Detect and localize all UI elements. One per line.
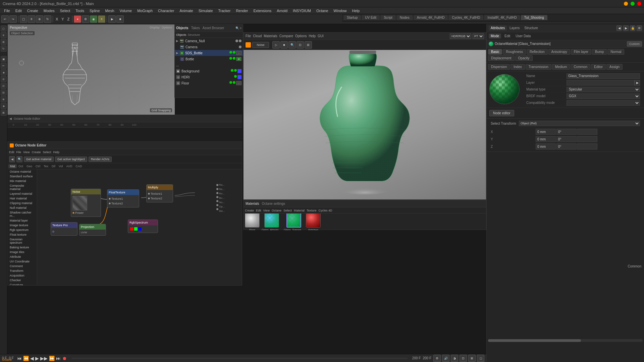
scale-btn[interactable]: ⊕: [36, 15, 43, 23]
menu-spline[interactable]: Spline: [87, 8, 103, 13]
bb-btn3[interactable]: ◑: [451, 355, 458, 362]
menu-render[interactable]: Render: [233, 8, 251, 13]
mpt-common[interactable]: Common: [571, 64, 590, 70]
obj-camera-null[interactable]: ▶ 📷 Camera_Null: [175, 38, 243, 44]
node-editor-btn[interactable]: Node editor: [489, 110, 514, 116]
nl-uv-coordinate[interactable]: UV Coordinate: [8, 259, 37, 264]
ntt-dif[interactable]: Dif: [50, 164, 57, 168]
mat-material-btn[interactable]: Material: [294, 209, 305, 212]
mpt-index[interactable]: Index: [511, 64, 525, 70]
bb-btn6[interactable]: ◻: [477, 355, 484, 362]
attr-lock-btn[interactable]: 🔒: [630, 25, 635, 31]
next-key-btn[interactable]: ▶▶: [40, 356, 48, 361]
menu-extensions[interactable]: Extensions: [251, 8, 274, 13]
nl-clipping-material[interactable]: Clipping material: [8, 201, 37, 205]
mpt-transmission[interactable]: Transmission: [526, 64, 551, 70]
nl-octane-material[interactable]: Octane material: [8, 169, 37, 174]
y-scale-input[interactable]: [577, 136, 597, 142]
mat-view-btn[interactable]: View: [263, 209, 270, 212]
nl-null-material[interactable]: Null material: [8, 205, 37, 210]
ne-render-aovs-btn[interactable]: Render AOVs: [89, 157, 112, 162]
menu-simulate[interactable]: Simulate: [196, 8, 216, 13]
select-transform-dropdown[interactable]: Object (Rel): [519, 121, 640, 126]
mpt-reflection[interactable]: Reflection: [527, 49, 547, 55]
rt-btn3[interactable]: 🔍: [288, 41, 296, 49]
mpt-anisotropy[interactable]: Anisotropy: [548, 49, 570, 55]
rv-pt-select[interactable]: PT: [473, 34, 484, 39]
ne-get-active-material-btn[interactable]: Get active material: [24, 157, 54, 162]
mat-floor[interactable]: Floor: [245, 214, 260, 230]
x-scale-input[interactable]: [577, 129, 597, 135]
rotate-btn[interactable]: ↻: [44, 15, 51, 23]
menu-help[interactable]: Help: [349, 8, 362, 13]
attr-tab-layers[interactable]: Layers: [507, 25, 522, 31]
ntt-avd[interactable]: AVD: [65, 164, 74, 168]
rv-gui-tab[interactable]: GUI: [318, 34, 324, 38]
y-rot-input[interactable]: [556, 136, 577, 142]
ntt-ctrl[interactable]: Ctrl: [34, 164, 42, 168]
objects-filter-btn[interactable]: ≡: [240, 26, 241, 30]
tab-nodes[interactable]: Nodes: [396, 15, 413, 20]
material-btn[interactable]: ◉: [90, 15, 97, 23]
obj-camera[interactable]: 📷 Camera: [179, 44, 243, 50]
tab-installr[interactable]: InstallR_4K_FullHD: [484, 15, 520, 20]
skip-end-btn[interactable]: ⏭: [56, 356, 61, 361]
viewport-ctrl-options[interactable]: Options: [162, 26, 172, 29]
ne-get-active-tag-btn[interactable]: Get active tag/object: [55, 157, 87, 162]
mpt-basic[interactable]: Basic: [488, 49, 502, 55]
menu-octane[interactable]: Octane: [314, 8, 331, 13]
mpt-medium[interactable]: Medium: [552, 64, 570, 70]
tool-magnet[interactable]: ⊕: [1, 96, 7, 102]
select-btn[interactable]: ▢: [20, 15, 27, 23]
nl-acquisition[interactable]: Acquisition: [8, 273, 37, 278]
objects-search-btn[interactable]: 🔍: [235, 26, 239, 30]
tool-paint[interactable]: ✏: [1, 63, 7, 69]
custom-label[interactable]: Custom: [627, 41, 642, 47]
bb-btn2[interactable]: 🔊: [442, 355, 449, 362]
nl-image-texture[interactable]: Image texture: [8, 223, 37, 228]
prev-key-btn[interactable]: ◀: [30, 356, 34, 361]
menu-volume[interactable]: Volume: [117, 8, 135, 13]
prop-layer-input[interactable]: [567, 80, 635, 85]
mat-tab-octane-settings[interactable]: Octane settings: [262, 202, 285, 205]
ne-menu-file[interactable]: File: [16, 150, 21, 154]
nl-hair-material[interactable]: Hair material: [8, 196, 37, 201]
y-pos-input[interactable]: [536, 136, 556, 142]
mat-select-btn[interactable]: Select: [283, 209, 292, 212]
mat-create-btn[interactable]: Create: [245, 209, 254, 212]
undo-btn[interactable]: ↩: [1, 15, 9, 23]
play-btn[interactable]: ▶: [108, 15, 116, 23]
mpt-dispersion[interactable]: Dispersion: [488, 64, 510, 70]
tool-bridge[interactable]: ⊟: [1, 89, 7, 96]
nl-mix-material[interactable]: Mix material: [8, 179, 37, 183]
obj-dots[interactable]: ...: [175, 62, 243, 68]
menu-animate[interactable]: Animate: [177, 8, 196, 13]
menu-mograph[interactable]: MoGraph: [135, 8, 155, 13]
menu-character[interactable]: Character: [155, 8, 177, 13]
nl-float-texture[interactable]: Float texture: [8, 232, 37, 237]
tab-startup[interactable]: Startup: [343, 15, 361, 20]
maximize-btn[interactable]: [631, 2, 635, 6]
attr-scrollbar-thumb[interactable]: [488, 339, 581, 342]
x-rot-input[interactable]: [556, 129, 577, 135]
prop-name-input[interactable]: [567, 73, 640, 79]
minimize-btn[interactable]: [624, 2, 628, 6]
ntt-geo[interactable]: Geo: [25, 164, 34, 168]
nl-curvature[interactable]: Curvature: [8, 283, 37, 285]
timeline-scrubber-track[interactable]: [71, 358, 408, 359]
prop-compat-select[interactable]: [567, 100, 640, 106]
menu-window[interactable]: Window: [331, 8, 349, 13]
node-noise[interactable]: Noise Power: [71, 189, 101, 217]
prop-mat-type-select[interactable]: Specular Diffuse Glossy: [567, 87, 640, 92]
ntt-mat[interactable]: Mat: [8, 164, 17, 168]
objects-subtab-objects[interactable]: Objects: [176, 33, 186, 37]
menu-select[interactable]: Select: [57, 8, 73, 13]
mpt-roughness[interactable]: Roughness: [503, 49, 526, 55]
obj-sds-bottle[interactable]: ▶ ⊠ SDS_Bottle ○: [175, 50, 243, 56]
ne-search-btn[interactable]: 🔍: [16, 156, 22, 162]
node-projection[interactable]: Projection UVW: [79, 224, 106, 236]
nl-rgb-spectrum[interactable]: Rgb spectrum: [8, 228, 37, 232]
menu-arnold[interactable]: Arnold: [274, 8, 290, 13]
ne-menu-view[interactable]: View: [23, 150, 30, 154]
ne-menu-edit[interactable]: Edit: [9, 150, 14, 154]
